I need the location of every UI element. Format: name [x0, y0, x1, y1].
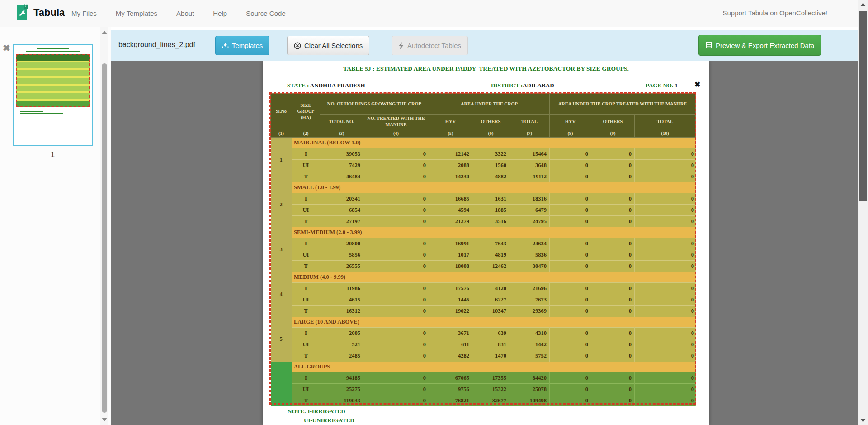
- table-row: UI52106118311442000: [271, 339, 696, 350]
- district-line: DISTRICT :ADILABAD: [491, 82, 554, 89]
- table-row: I20341016685163118316000: [271, 193, 696, 205]
- note-line-2: UI-UNIRRIGATED: [304, 417, 354, 424]
- clear-label: Clear All Selections: [304, 42, 363, 49]
- size-group-band: ALL GROUPS: [292, 362, 696, 372]
- export-label: Preview & Export Extracted Data: [716, 42, 814, 49]
- document-title: TABLE 5J : ESTIMATED AREA UNDER PADDY TR…: [263, 65, 709, 72]
- slno-cell: 3: [271, 227, 292, 272]
- table-row: T163120190221034729369000: [271, 306, 696, 317]
- nav-item-help[interactable]: Help: [213, 10, 239, 17]
- table-row: T11903307682132677109498000: [271, 395, 696, 406]
- page-no-line: PAGE NO. 1: [646, 82, 678, 89]
- pdf-canvas-area: TABLE 5J : ESTIMATED AREA UNDER PADDY TR…: [111, 61, 858, 425]
- document-toolbar: background_lines_2.pdf Templates Clear A…: [111, 30, 858, 61]
- remove-page-icon[interactable]: ✖: [3, 43, 10, 53]
- template-save-icon: [222, 42, 229, 49]
- window-scrollbar-thumb[interactable]: [859, 11, 867, 201]
- slno-cell: 2: [271, 182, 292, 227]
- templates-label: Templates: [232, 42, 263, 49]
- size-group-band: SMALL (1.0 - 1.99): [292, 182, 696, 193]
- thumb-note-line: [20, 113, 63, 114]
- thumb-title-line: [37, 48, 69, 49]
- thumbnail-page-number: 1: [13, 150, 93, 159]
- support-link[interactable]: Support Tabula on OpenCollective!: [722, 9, 827, 17]
- table-row: I2005036716394310000: [271, 328, 696, 339]
- pdf-page[interactable]: TABLE 5J : ESTIMATED AREA UNDER PADDY TR…: [263, 61, 709, 425]
- table-row: I11986017576412021696000: [271, 283, 696, 294]
- slno-cell: 4: [271, 272, 292, 317]
- table-row: T24850428214705752000: [271, 350, 696, 362]
- window-scrollbar[interactable]: [858, 0, 868, 425]
- table-row: UI74290208815603648000: [271, 160, 696, 171]
- page-thumbnail-sidebar: ✖ 1: [0, 27, 111, 425]
- size-group-band: SEMI-MEDIUM (2.0 - 3.99): [292, 227, 696, 238]
- app-title: Tabula: [33, 7, 65, 19]
- thumb-title-line: [26, 51, 80, 52]
- table-row: I941850670651735584420000: [271, 372, 696, 384]
- data-table: Sl.NoSIZE GROUP (HA)NO. OF HOLDINGS GROW…: [270, 93, 696, 406]
- size-group-band: MEDIUM (4.0 - 9.99): [292, 272, 696, 283]
- sidebar-scrollbar[interactable]: [100, 27, 108, 425]
- size-group-band: MARGINAL (BELOW 1.0): [292, 138, 696, 148]
- table-row: UI25275097561532225078000: [271, 384, 696, 395]
- thumb-note-line: [20, 111, 43, 112]
- tabula-pdf-logo-icon: [15, 4, 30, 22]
- scroll-down-icon[interactable]: [102, 418, 107, 421]
- autodetect-tables-button[interactable]: Autodetect Tables: [392, 36, 468, 55]
- table-row: T27197021279351624795000: [271, 216, 696, 227]
- nav-item-about[interactable]: About: [176, 10, 206, 17]
- nav-item-my-files[interactable]: My Files: [71, 10, 108, 17]
- top-navbar: Tabula My FilesMy TemplatesAboutHelpSour…: [0, 0, 868, 27]
- slno-cell: 1: [271, 138, 292, 182]
- lightning-bolt-icon: [398, 42, 404, 49]
- table-list-icon: [705, 42, 712, 49]
- navbar-links: My FilesMy TemplatesAboutHelpSource Code: [71, 0, 305, 27]
- table-row: I20800016991764324634000: [271, 238, 696, 249]
- thumb-selection-box: [16, 54, 90, 107]
- autodetect-label: Autodetect Tables: [407, 42, 461, 49]
- brand[interactable]: Tabula: [15, 4, 65, 22]
- page-thumbnail[interactable]: [13, 44, 93, 146]
- table-row: UI68540459418856479000: [271, 205, 696, 216]
- table-row: T265550180081246230470000: [271, 261, 696, 272]
- nav-item-my-templates[interactable]: My Templates: [116, 10, 169, 17]
- table-row: UI58560101748195836000: [271, 249, 696, 261]
- templates-button[interactable]: Templates: [215, 36, 269, 55]
- scroll-up-icon[interactable]: [102, 31, 107, 34]
- clear-all-selections-button[interactable]: Clear All Selections: [287, 36, 369, 55]
- state-line: STATE : ANDHRA PRADESH: [287, 82, 365, 89]
- table-row: I39053012142332215464000: [271, 148, 696, 160]
- slno-cell: [271, 362, 292, 406]
- size-group-band: LARGE (10 AND ABOVE): [292, 317, 696, 328]
- selection-close-icon[interactable]: ✖: [694, 80, 700, 89]
- preview-export-button[interactable]: Preview & Export Extracted Data: [698, 35, 821, 56]
- circled-x-icon: [294, 42, 301, 49]
- sidebar-scrollbar-thumb[interactable]: [102, 63, 107, 413]
- table-row: UI46150144662277673000: [271, 294, 696, 306]
- scroll-up-icon[interactable]: [860, 3, 866, 6]
- scroll-down-icon[interactable]: [860, 419, 866, 422]
- note-line-1: NOTE: I-IRRIGATED: [288, 408, 345, 415]
- document-filename: background_lines_2.pdf: [118, 41, 195, 49]
- thumb-note-line: [17, 110, 34, 110]
- nav-item-source-code[interactable]: Source Code: [246, 10, 297, 17]
- table-row: T46484014230488219112000: [271, 171, 696, 182]
- slno-cell: 5: [271, 317, 292, 362]
